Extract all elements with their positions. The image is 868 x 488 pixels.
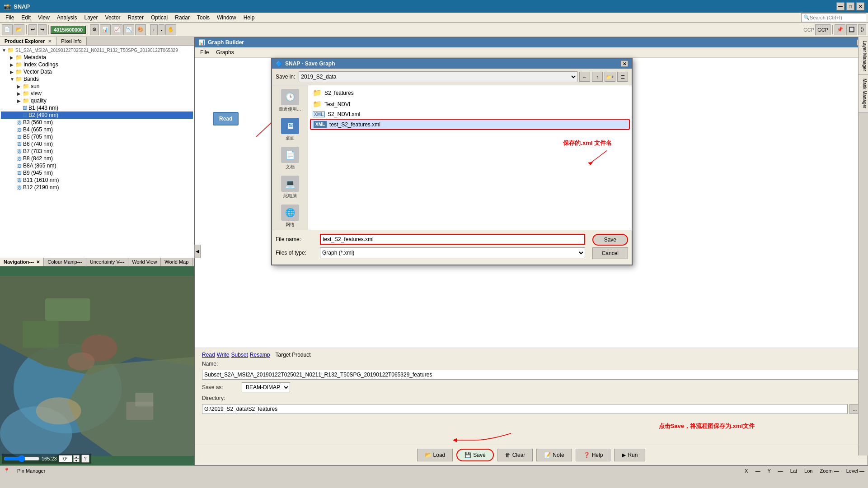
- angle-input[interactable]: [59, 455, 72, 462]
- tree-b12[interactable]: 🖼 B12 (2190 nm): [1, 184, 193, 191]
- menu-tools[interactable]: Tools: [193, 14, 213, 22]
- load-button[interactable]: 📂 Load: [417, 449, 453, 461]
- dialog-back-button[interactable]: ←: [579, 72, 590, 82]
- menu-view[interactable]: View: [34, 14, 53, 22]
- tab-uncertainty[interactable]: Uncertainty V---: [86, 258, 128, 266]
- tree-metadata[interactable]: ▶ 📁 Metadata: [1, 54, 193, 61]
- bands-expand-icon[interactable]: ▼: [10, 77, 15, 82]
- satellite-map[interactable]: 165.23 ▲ ▼ ?: [0, 266, 194, 465]
- tree-sun[interactable]: ▶ 📁 sun: [1, 83, 193, 90]
- tree-b8a[interactable]: 🖼 B8A (865 nm): [1, 162, 193, 169]
- tree-b2[interactable]: ▶ 🖼 B2 (490 nm): [1, 112, 193, 119]
- menu-window[interactable]: Window: [213, 14, 240, 22]
- file-s2features[interactable]: 📁 S2_features: [310, 87, 630, 98]
- tree-b4[interactable]: 🖼 B4 (665 nm): [1, 126, 193, 133]
- right-tool2[interactable]: 🔲: [846, 24, 857, 35]
- tab-resample[interactable]: Resamp: [250, 352, 270, 358]
- dialog-save-button[interactable]: Save: [592, 234, 628, 246]
- tree-b5[interactable]: 🖼 B5 (705 nm): [1, 133, 193, 140]
- note-button[interactable]: 📝 Note: [536, 449, 572, 461]
- new-product-button[interactable]: 📄: [2, 24, 13, 35]
- zoom-in-button[interactable]: +: [150, 24, 157, 35]
- angle-up-button[interactable]: ▲: [73, 455, 80, 459]
- menu-optical[interactable]: Optical: [147, 14, 171, 22]
- menu-file[interactable]: File: [2, 14, 18, 22]
- right-tool1[interactable]: 📌: [835, 24, 845, 35]
- redo-button[interactable]: ↪: [38, 24, 47, 35]
- menu-raster[interactable]: Raster: [124, 14, 147, 22]
- dialog-file-area[interactable]: 📁 S2_features 📁 Test_NDVI XML S2_NDVI.xm…: [308, 85, 632, 230]
- nav-network[interactable]: 🌐 网络: [281, 204, 299, 228]
- tab-world-map[interactable]: World Map: [161, 258, 192, 266]
- collapse-button[interactable]: ◀: [194, 245, 201, 258]
- zoom-slider[interactable]: [4, 456, 40, 461]
- dialog-new-folder-button[interactable]: 📁+: [605, 72, 615, 82]
- tree-root[interactable]: ▼ 📁 S1_S2A_MSI2A_20190122T025021_N0211_R…: [1, 46, 193, 54]
- angle-down-button[interactable]: ▼: [73, 459, 80, 462]
- global-search-input[interactable]: [810, 15, 864, 20]
- tool1-button[interactable]: 📈: [112, 24, 122, 35]
- tab-colour-manip[interactable]: Colour Manip---: [44, 258, 86, 266]
- gcp-button[interactable]: GCP: [815, 24, 830, 35]
- tree-b11[interactable]: 🖼 B11 (1610 nm): [1, 177, 193, 184]
- gb-menu-graphs[interactable]: Graphs: [212, 48, 237, 56]
- file-name-input[interactable]: [320, 234, 585, 245]
- run-button[interactable]: ▶ Run: [614, 449, 645, 461]
- nav-help-button[interactable]: ?: [81, 455, 89, 463]
- nav-computer[interactable]: 💻 此电脑: [281, 176, 299, 199]
- tree-b9[interactable]: 🖼 B9 (945 nm): [1, 169, 193, 177]
- menu-vector[interactable]: Vector: [102, 14, 124, 22]
- gb-menu-file[interactable]: File: [197, 48, 212, 56]
- menu-radar[interactable]: Radar: [171, 14, 193, 22]
- dialog-view-button[interactable]: ☰: [617, 72, 628, 82]
- tree-b1[interactable]: ▶ 🖼 B1 (443 nm): [1, 104, 193, 112]
- index-expand-icon[interactable]: ▶: [10, 62, 15, 67]
- tool2-button[interactable]: 📉: [123, 24, 134, 35]
- maximize-button[interactable]: □: [846, 2, 854, 10]
- nav-tab-close-icon[interactable]: ✕: [36, 260, 40, 265]
- nav-documents[interactable]: 📄 文档: [281, 147, 299, 170]
- name-input[interactable]: [202, 370, 860, 380]
- layer-manager-tab[interactable]: Layer Manager: [859, 37, 868, 75]
- tree-b3[interactable]: 🖼 B3 (560 nm): [1, 119, 193, 126]
- tree-b7[interactable]: 🖼 B7 (783 nm): [1, 148, 193, 155]
- settings-button[interactable]: ⚙: [90, 24, 99, 35]
- product-explorer-close-icon[interactable]: ✕: [48, 39, 52, 44]
- tree-view[interactable]: ▶ 📁 view: [1, 90, 193, 97]
- save-dialog-close-button[interactable]: ✕: [621, 60, 628, 67]
- help-button[interactable]: ❓ Help: [576, 449, 611, 461]
- save-as-select[interactable]: BEAM-DIMAP: [242, 382, 290, 392]
- root-expand-icon[interactable]: ▼: [2, 48, 7, 53]
- view-expand-icon[interactable]: ▶: [17, 91, 23, 96]
- open-product-button[interactable]: 📂: [14, 24, 24, 35]
- menu-layer[interactable]: Layer: [81, 14, 102, 22]
- mask-manager-tab[interactable]: Mask Manager: [859, 75, 868, 112]
- read-node[interactable]: Read: [213, 112, 239, 125]
- save-in-combo[interactable]: 2019_S2_data: [299, 71, 577, 82]
- color-button[interactable]: 🎨: [135, 24, 146, 35]
- menu-edit[interactable]: Edit: [18, 14, 34, 22]
- tab-subset[interactable]: Subset: [231, 352, 248, 358]
- quality-expand-icon[interactable]: ▶: [17, 98, 23, 103]
- right-tool3[interactable]: ⟨⟩: [858, 24, 866, 35]
- clear-button[interactable]: 🗑 Clear: [497, 449, 533, 461]
- file-testndvi[interactable]: 📁 Test_NDVI: [310, 98, 630, 110]
- tree-b6[interactable]: 🖼 B6 (740 nm): [1, 140, 193, 148]
- directory-input[interactable]: [202, 404, 848, 414]
- save-button[interactable]: 💾 Save: [456, 449, 493, 461]
- tab-pixel-info[interactable]: Pixel Info: [56, 37, 86, 45]
- vector-expand-icon[interactable]: ▶: [10, 70, 15, 74]
- tab-navigation[interactable]: Navigation--- ✕: [0, 258, 44, 266]
- close-button[interactable]: ✕: [856, 2, 864, 10]
- tab-write[interactable]: Write: [217, 352, 230, 358]
- sun-expand-icon[interactable]: ▶: [17, 84, 23, 89]
- tree-b8[interactable]: 🖼 B8 (842 nm): [1, 155, 193, 162]
- dialog-up-button[interactable]: ↑: [592, 72, 603, 82]
- nav-desktop[interactable]: 🖥 桌面: [281, 118, 299, 141]
- tab-world-view[interactable]: World View: [128, 258, 161, 266]
- tree-index-codings[interactable]: ▶ 📁 Index Codings: [1, 61, 193, 68]
- nav-recent[interactable]: 🕒 最近使用...: [279, 89, 300, 112]
- metadata-expand-icon[interactable]: ▶: [10, 55, 15, 60]
- file-s2ndvi[interactable]: XML S2_NDVI.xml: [310, 110, 630, 119]
- tab-product-explorer[interactable]: Product Explorer ✕: [0, 37, 56, 45]
